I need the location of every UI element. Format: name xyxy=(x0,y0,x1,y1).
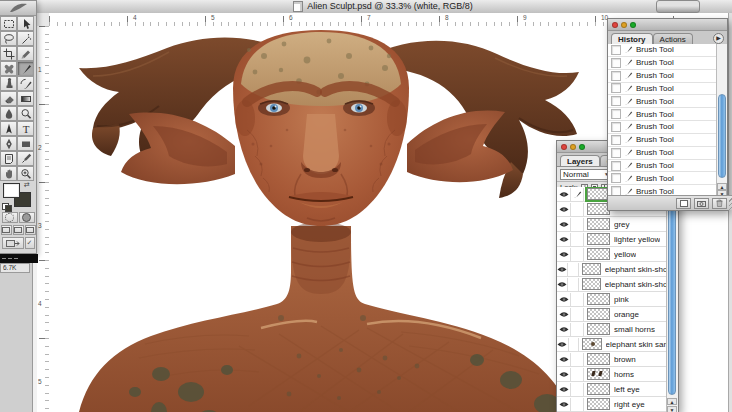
standard-mode-button[interactable] xyxy=(2,212,18,223)
tool-hand[interactable] xyxy=(0,166,17,181)
layer-thumbnail[interactable] xyxy=(587,368,610,380)
layer-thumbnail[interactable] xyxy=(587,308,610,320)
history-scrollbar-thumb[interactable] xyxy=(718,94,726,178)
tab-actions[interactable]: Actions xyxy=(653,33,693,44)
history-entry[interactable]: Brush Tool xyxy=(608,172,727,185)
quickmask-mode-button[interactable] xyxy=(19,212,35,223)
scroll-up-icon[interactable]: ▲ xyxy=(667,398,677,405)
layer-row[interactable]: elephant skin sample xyxy=(557,337,667,352)
close-icon[interactable] xyxy=(612,22,618,28)
layer-thumbnail[interactable] xyxy=(587,293,610,305)
history-snapshot-well[interactable] xyxy=(611,96,621,106)
layer-visibility-toggle[interactable] xyxy=(557,233,571,246)
layer-thumbnail[interactable] xyxy=(587,248,610,260)
tool-clone-stamp[interactable] xyxy=(0,76,17,91)
history-entry[interactable]: Brush Tool xyxy=(608,108,727,121)
layer-thumbnail[interactable] xyxy=(582,338,601,350)
fullscreen-button[interactable] xyxy=(25,225,36,235)
minimize-icon[interactable] xyxy=(621,22,627,28)
layer-row[interactable]: right eye xyxy=(557,397,667,412)
tab-layers[interactable]: Layers xyxy=(560,155,600,166)
history-entry[interactable]: Brush Tool xyxy=(608,134,727,147)
layer-name[interactable]: left eye xyxy=(614,385,640,394)
tool-brush[interactable] xyxy=(17,61,34,76)
history-snapshot-well[interactable] xyxy=(611,71,621,81)
history-entry[interactable]: Brush Tool xyxy=(608,121,727,134)
layer-thumbnail[interactable] xyxy=(587,353,610,365)
layer-row[interactable]: grey xyxy=(557,217,667,232)
history-snapshot-well[interactable] xyxy=(611,148,621,158)
tool-gradient[interactable] xyxy=(17,91,34,106)
layer-name[interactable]: horns xyxy=(614,370,634,379)
layer-row[interactable]: small horns xyxy=(557,322,667,337)
history-snapshot-well[interactable] xyxy=(611,58,621,68)
history-snapshot-well[interactable] xyxy=(611,135,621,145)
history-snapshot-well[interactable] xyxy=(611,161,621,171)
layer-row[interactable]: yellow xyxy=(557,247,667,262)
tool-magic-wand[interactable] xyxy=(17,31,34,46)
layer-row[interactable]: elephant skin-should.. xyxy=(557,277,667,292)
history-snapshot-well[interactable] xyxy=(611,45,621,55)
tool-zoom[interactable] xyxy=(17,166,34,181)
layer-row[interactable]: lighter yellow xyxy=(557,232,667,247)
history-snapshot-well[interactable] xyxy=(611,109,621,119)
tool-eraser[interactable] xyxy=(0,91,17,106)
new-document-from-state-button[interactable] xyxy=(676,198,691,209)
layer-thumbnail[interactable] xyxy=(582,278,601,290)
history-snapshot-well[interactable] xyxy=(611,122,621,132)
history-entry[interactable]: Brush Tool xyxy=(608,160,727,173)
layer-name[interactable]: elephant skin sample xyxy=(606,340,667,349)
minimize-icon[interactable] xyxy=(570,144,576,150)
layer-visibility-toggle[interactable] xyxy=(557,278,568,291)
layer-visibility-toggle[interactable] xyxy=(557,188,571,201)
layer-visibility-toggle[interactable] xyxy=(557,398,571,411)
layer-thumbnail[interactable] xyxy=(582,263,601,275)
document-titlebar[interactable]: Alien Sculpt.psd @ 33.3% (white, RGB/8) xyxy=(33,0,732,14)
edit-in-imageready-button[interactable] xyxy=(2,237,24,249)
tool-crop[interactable] xyxy=(0,46,17,61)
layer-thumbnail[interactable] xyxy=(587,383,610,395)
layers-scrollbar[interactable]: ▲ ▼ xyxy=(666,187,678,412)
layer-name[interactable]: yellow xyxy=(614,250,636,259)
layer-row[interactable]: brown xyxy=(557,352,667,367)
layer-row[interactable]: elephant skin-should.. xyxy=(557,262,667,277)
tool-path-selection[interactable] xyxy=(0,121,17,136)
layer-thumbnail[interactable] xyxy=(587,398,610,410)
layer-visibility-toggle[interactable] xyxy=(557,248,571,261)
layer-thumbnail[interactable] xyxy=(587,323,610,335)
zoom-window-icon[interactable] xyxy=(579,144,585,150)
tool-pen[interactable] xyxy=(0,136,17,151)
history-entry[interactable]: Brush Tool xyxy=(608,83,727,96)
layer-name[interactable]: small horns xyxy=(614,325,655,334)
history-snapshot-well[interactable] xyxy=(611,83,621,93)
fullscreen-menubar-button[interactable] xyxy=(13,225,24,235)
layer-visibility-toggle[interactable] xyxy=(557,383,571,396)
foreground-color-swatch[interactable] xyxy=(3,183,20,198)
tool-lasso[interactable] xyxy=(0,31,17,46)
tool-blur[interactable] xyxy=(0,106,17,121)
zoom-window-icon[interactable] xyxy=(630,22,636,28)
blend-mode-select[interactable]: Normal ▼ xyxy=(560,169,612,180)
tools-palette-header[interactable] xyxy=(0,1,36,16)
layer-name[interactable]: orange xyxy=(614,310,639,319)
layer-visibility-toggle[interactable] xyxy=(557,368,571,381)
history-entry[interactable]: Brush Tool xyxy=(608,57,727,70)
document-right-scrollbar[interactable] xyxy=(728,13,732,412)
layer-thumbnail[interactable] xyxy=(587,218,610,230)
standard-screen-button[interactable] xyxy=(1,225,12,235)
tool-history-brush[interactable] xyxy=(17,76,34,91)
layer-name[interactable]: elephant skin-should.. xyxy=(605,265,667,274)
layer-visibility-toggle[interactable] xyxy=(557,263,568,276)
new-snapshot-button[interactable] xyxy=(694,198,709,209)
scroll-up-icon[interactable]: ▲ xyxy=(717,183,727,190)
layer-row[interactable]: horns xyxy=(557,367,667,382)
layer-visibility-toggle[interactable] xyxy=(557,293,571,306)
history-titlebar[interactable] xyxy=(608,19,727,31)
history-entry[interactable]: Brush Tool xyxy=(608,95,727,108)
tab-history[interactable]: History xyxy=(611,33,653,44)
layer-visibility-toggle[interactable] xyxy=(557,338,569,351)
history-entry[interactable]: Brush Tool xyxy=(608,44,727,57)
tool-notes[interactable] xyxy=(0,151,17,166)
layer-name[interactable]: pink xyxy=(614,295,629,304)
layer-thumbnail[interactable] xyxy=(587,233,610,245)
